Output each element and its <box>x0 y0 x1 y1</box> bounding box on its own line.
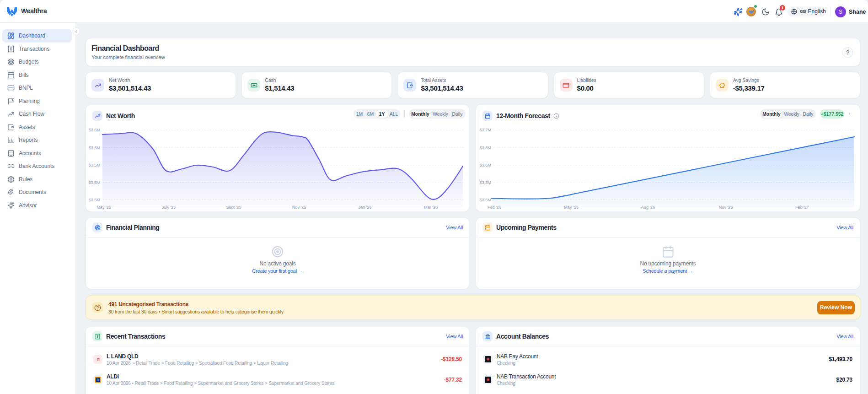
svg-text:$3.5M: $3.5M <box>89 128 100 132</box>
svg-text:$3.5M: $3.5M <box>89 146 100 150</box>
svg-text:$3.5M: $3.5M <box>89 180 100 185</box>
svg-text:$3.6M: $3.6M <box>480 163 491 167</box>
svg-text:$3.7M: $3.7M <box>480 128 491 132</box>
svg-text:$3.5M: $3.5M <box>480 180 491 185</box>
svg-text:$3.5M: $3.5M <box>89 198 100 202</box>
svg-text:$3.5M: $3.5M <box>89 163 100 167</box>
svg-text:$3.6M: $3.6M <box>480 146 491 150</box>
svg-text:$3.5M: $3.5M <box>480 198 491 202</box>
